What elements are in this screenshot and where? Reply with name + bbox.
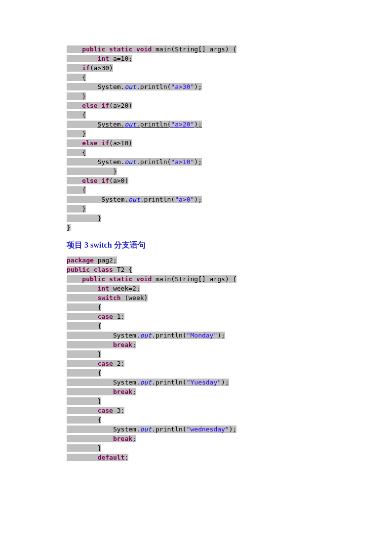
code-line: break; bbox=[67, 387, 325, 396]
code-line: System.out.println("Monday"); bbox=[67, 331, 325, 340]
code-line: public static void main(String[] args) { bbox=[67, 274, 325, 284]
code-line: } bbox=[67, 223, 325, 232]
code-line: { bbox=[67, 415, 325, 425]
code-line: else if(a>20) bbox=[67, 101, 325, 110]
code-line: default: bbox=[67, 453, 325, 462]
code-line: package pag2; bbox=[67, 256, 325, 265]
code-line: break; bbox=[67, 340, 325, 349]
code-line: public class T2 { bbox=[67, 265, 325, 274]
document-page: public static void main(String[] args) {… bbox=[0, 0, 392, 555]
code-line: { bbox=[67, 110, 325, 120]
code-line: else if(a>10) bbox=[67, 138, 325, 148]
code-line: public static void main(String[] args) { bbox=[67, 44, 325, 54]
code-line: System.out.println("wednesday"); bbox=[67, 425, 325, 434]
code-line: } bbox=[67, 396, 325, 406]
code-line: { bbox=[67, 73, 325, 82]
code-line: System.out.println("a>10"); bbox=[67, 157, 325, 167]
code-line: break; bbox=[67, 434, 325, 443]
code-line: System.out.println("a>20"); bbox=[67, 120, 325, 129]
code-line: int a=10; bbox=[67, 54, 325, 63]
code-line: } bbox=[67, 349, 325, 359]
code-line: switch (week) bbox=[67, 293, 325, 302]
code-line: { bbox=[67, 368, 325, 378]
code-line: } bbox=[67, 91, 325, 101]
code-line: { bbox=[67, 185, 325, 195]
code-line: } bbox=[67, 213, 325, 223]
code-line: int week=2; bbox=[67, 284, 325, 293]
section-heading: 项目 3 switch 分支语句 bbox=[67, 240, 325, 251]
code-line: { bbox=[67, 148, 325, 157]
code-line: System.out.println("Yuesday"); bbox=[67, 378, 325, 387]
code-line: } bbox=[67, 167, 325, 176]
code-line: else if(a>0) bbox=[67, 176, 325, 185]
code-line: } bbox=[67, 443, 325, 453]
code-line: { bbox=[67, 321, 325, 331]
code-line: case 1: bbox=[67, 312, 325, 321]
code-line: case 2: bbox=[67, 359, 325, 368]
code-line: { bbox=[67, 302, 325, 312]
code-line: if(a>30) bbox=[67, 63, 325, 73]
code-line: } bbox=[67, 129, 325, 138]
code-line: case 3: bbox=[67, 406, 325, 415]
code-line: System.out.println("a>0"); bbox=[67, 195, 325, 204]
code-line: } bbox=[67, 204, 325, 213]
code-line: System.out.println("a>30"); bbox=[67, 82, 325, 91]
